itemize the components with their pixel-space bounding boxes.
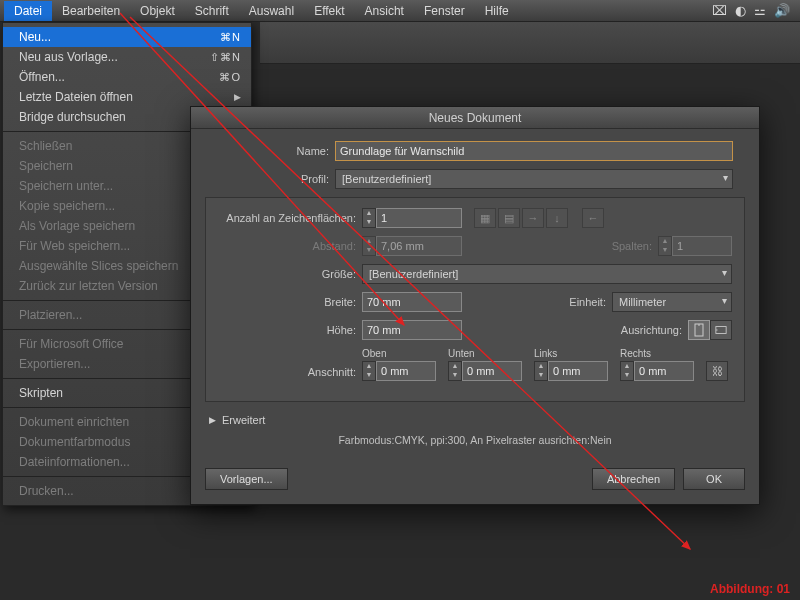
row-arrange-icon: ▤ <box>498 208 520 228</box>
groesse-dropdown[interactable]: [Benutzerdefiniert] <box>362 264 732 284</box>
label-oben: Oben <box>362 348 436 359</box>
dialog-title: Neues Dokument <box>191 107 759 129</box>
label-name: Name: <box>205 145 335 157</box>
einheit-dropdown[interactable]: Millimeter <box>612 292 732 312</box>
name-input[interactable] <box>335 141 733 161</box>
label-erweitert: Erweitert <box>222 414 265 426</box>
new-document-dialog: Neues Dokument Name: Profil: [Benutzerde… <box>190 106 760 505</box>
erweitert-toggle[interactable]: ▶ Erweitert <box>209 414 745 426</box>
menu-effekt[interactable]: Effekt <box>304 1 354 21</box>
label-links: Links <box>534 348 608 359</box>
bleed-top-input[interactable] <box>376 361 436 381</box>
bleed-top-stepper[interactable]: ▲▼ <box>362 361 436 381</box>
arrow-right-icon: → <box>522 208 544 228</box>
label-groesse: Größe: <box>218 268 362 280</box>
menubar: Datei Bearbeiten Objekt Schrift Auswahl … <box>0 0 800 22</box>
bleed-left-stepper[interactable]: ▲▼ <box>534 361 608 381</box>
bleed-bottom-input[interactable] <box>462 361 522 381</box>
grid-arrange-icon: ▦ <box>474 208 496 228</box>
document-toolbar <box>260 22 800 64</box>
spalten-input <box>672 236 732 256</box>
ok-button[interactable]: OK <box>683 468 745 490</box>
status-icons: ⌧ ◐ ⚍ 🔊 <box>712 3 796 18</box>
label-ausrichtung: Ausrichtung: <box>606 324 688 336</box>
label-spalten: Spalten: <box>598 240 658 252</box>
menu-auswahl[interactable]: Auswahl <box>239 1 304 21</box>
label-breite: Breite: <box>218 296 362 308</box>
menu-ansicht[interactable]: Ansicht <box>355 1 414 21</box>
menu-item[interactable]: Neu aus Vorlage...⇧⌘N <box>3 47 251 67</box>
breite-input[interactable] <box>362 292 462 312</box>
menu-bearbeiten[interactable]: Bearbeiten <box>52 1 130 21</box>
label-rechts: Rechts <box>620 348 694 359</box>
menu-fenster[interactable]: Fenster <box>414 1 475 21</box>
menu-datei[interactable]: Datei <box>4 1 52 21</box>
arrow-left-icon: ← <box>582 208 604 228</box>
label-abstand: Abstand: <box>218 240 362 252</box>
label-artboards: Anzahl an Zeichenflächen: <box>218 212 362 224</box>
arrow-down-icon: ↓ <box>546 208 568 228</box>
abstand-input <box>376 236 462 256</box>
menu-hilfe[interactable]: Hilfe <box>475 1 519 21</box>
sync-icon: ◐ <box>735 3 746 18</box>
bleed-bottom-stepper[interactable]: ▲▼ <box>448 361 522 381</box>
label-hoehe: Höhe: <box>218 324 362 336</box>
bleed-right-stepper[interactable]: ▲▼ <box>620 361 694 381</box>
menu-schrift[interactable]: Schrift <box>185 1 239 21</box>
menu-item[interactable]: Neu...⌘N <box>3 27 251 47</box>
hoehe-input[interactable] <box>362 320 462 340</box>
settings-panel: Anzahl an Zeichenflächen: ▲▼ ▦ ▤ → ↓ ← A… <box>205 197 745 402</box>
profil-dropdown[interactable]: [Benutzerdefiniert] <box>335 169 733 189</box>
bluetooth-icon: ⚍ <box>754 3 766 18</box>
label-einheit: Einheit: <box>552 296 612 308</box>
bleed-left-input[interactable] <box>548 361 608 381</box>
abbrechen-button[interactable]: Abbrechen <box>592 468 675 490</box>
link-bleed-icon[interactable]: ⛓ <box>706 361 728 381</box>
orient-landscape-button[interactable] <box>710 320 732 340</box>
menu-objekt[interactable]: Objekt <box>130 1 185 21</box>
triangle-right-icon: ▶ <box>209 415 216 425</box>
label-anschnitt: Anschnitt: <box>218 366 362 381</box>
artboards-stepper[interactable]: ▲▼ <box>362 208 462 228</box>
artboards-input[interactable] <box>376 208 462 228</box>
vorlagen-button[interactable]: Vorlagen... <box>205 468 288 490</box>
menu-item[interactable]: Öffnen...⌘O <box>3 67 251 87</box>
orient-portrait-button[interactable] <box>688 320 710 340</box>
dropbox-icon: ⌧ <box>712 3 727 18</box>
bleed-right-input[interactable] <box>634 361 694 381</box>
label-unten: Unten <box>448 348 522 359</box>
label-profil: Profil: <box>205 173 335 185</box>
dialog-info: Farbmodus:CMYK, ppi:300, An Pixelraster … <box>205 434 745 446</box>
figure-caption: Abbildung: 01 <box>710 582 790 596</box>
menu-item[interactable]: Letzte Dateien öffnen▶ <box>3 87 251 107</box>
volume-icon: 🔊 <box>774 3 790 18</box>
